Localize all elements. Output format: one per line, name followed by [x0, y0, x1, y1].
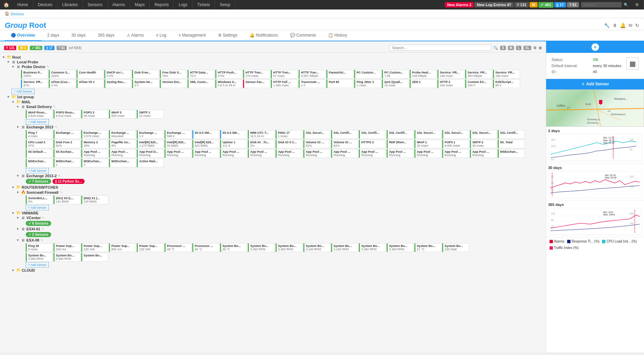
sensor-card[interactable]: Power Sup...228 Volt — [137, 243, 164, 252]
sensor-card[interactable]: Uptime 1111 d — [220, 140, 247, 148]
sensor-card[interactable]: IIS 6.0 SM... — [192, 130, 219, 139]
sensor-card[interactable]: System Bo...3.360 RPM — [248, 243, 275, 252]
tab-comments[interactable]: 💬 Comments — [284, 30, 322, 41]
sensor-card[interactable]: Service: PR...186 msec — [493, 70, 520, 79]
sensor-card[interactable]: IMAP 120 msec — [414, 140, 442, 148]
nav-devices[interactable]: Devices — [33, 0, 58, 9]
sensor-card[interactable]: Ping 280 msec — [26, 243, 53, 252]
nav-tickets[interactable]: Tickets — [193, 0, 215, 9]
sensor-card[interactable]: RDP (Rem... — [387, 140, 414, 148]
sensor-card[interactable]: HTTP Tran...270 msec — [243, 70, 270, 79]
sensor-card[interactable]: System Bo...195 Watt — [442, 243, 469, 252]
nav-search-icon[interactable]: 🔍 — [622, 3, 630, 7]
sensor-card[interactable]: System Bo... — [81, 253, 108, 262]
sonicwall-label[interactable]: Sonicwall Firewall — [26, 190, 59, 194]
sensor-card[interactable]: POP3 336 msec — [81, 110, 108, 119]
sensor-card[interactable]: Volume IO ...62% — [303, 140, 330, 148]
sensor-card[interactable]: SonicWALL...0% — [26, 195, 53, 204]
sensor-card[interactable]: SMTP 226 msec — [470, 140, 497, 148]
exchange2013-2-edit-icon[interactable]: ✎ — [58, 174, 61, 178]
probe-device-edit-icon[interactable]: ✎ — [47, 65, 49, 68]
sonicwall-edit-icon[interactable]: ✎ — [60, 191, 63, 194]
sensor-card[interactable]: CPU Load 347% — [26, 140, 53, 148]
vcenter-expand[interactable]: ▼ — [16, 216, 20, 220]
sensor-card[interactable]: App Pool ...Running — [470, 149, 497, 158]
sensor-card[interactable]: App Pool ...Running — [331, 149, 358, 158]
probe-add-sensor-btn[interactable]: + Add Sensor — [12, 89, 35, 94]
sensor-card[interactable]: App Pool D...Running — [137, 149, 164, 158]
sensor-card[interactable]: Processor ...48 °C — [192, 243, 219, 252]
sensor-card[interactable]: SSL Certifi... — [387, 130, 414, 139]
sensor-card[interactable]: HTTP Push...0 #/s — [215, 70, 242, 79]
search-icon[interactable]: 🔍 — [493, 46, 498, 50]
sensor-card[interactable]: Exchange ...Mounted — [109, 130, 136, 139]
sensor-card[interactable]: SSL Certifi... — [331, 130, 358, 139]
toolbar-search-input[interactable] — [390, 45, 491, 51]
sensor-card[interactable]: Business P...100% — [21, 70, 48, 79]
router-label[interactable]: ROUTER/SWITCHES — [22, 185, 58, 189]
sensor-card[interactable]: Common S...100% — [49, 70, 76, 79]
nav-maps[interactable]: Maps — [130, 0, 150, 9]
sensor-card[interactable]: Syslog Rec... — [104, 79, 131, 88]
sensor-card[interactable]: App Pool ...Running — [81, 149, 108, 158]
tab-2days[interactable]: 2 days — [41, 30, 65, 41]
probe-device-expand[interactable]: ▼ — [12, 65, 16, 68]
refresh-icon[interactable]: ↻ — [635, 23, 639, 28]
sensor-card[interactable]: Pagefile Us...8% — [109, 140, 136, 148]
local-probe-label[interactable]: Local Probe — [17, 60, 38, 64]
sensor-card[interactable]: Service: PR...47% — [21, 79, 48, 88]
add-sensor-bar[interactable]: ＋ Add Sensor — [546, 79, 644, 89]
sensor-card[interactable]: Disk IO _To...2% — [248, 140, 275, 148]
nav-search-input[interactable] — [581, 2, 622, 7]
sensor-card[interactable]: IIS_Total — [498, 140, 525, 148]
alert-paused-btn[interactable]: || 17 — [554, 2, 566, 7]
sensor-card[interactable]: MSExchan... — [498, 149, 525, 158]
sensor-card[interactable]: Windows S...6.6 h to 59 m — [215, 79, 242, 88]
grid-settings-icon[interactable]: ⚙ — [533, 46, 537, 50]
sensor-card[interactable]: Intel[R] 825...50 kbit/s — [165, 140, 192, 148]
new-log-entries-btn[interactable]: New Log Entries 87 — [474, 2, 513, 7]
notify-icon[interactable]: 🔔 — [620, 23, 626, 28]
local-probe-expand[interactable]: ▼ — [7, 60, 11, 64]
mail-expand[interactable]: ▼ — [12, 100, 16, 104]
sensor-card[interactable]: Custom EX...200 # — [465, 79, 492, 88]
sensor-card[interactable]: App Pool ...Running — [359, 149, 386, 158]
nav-libraries[interactable]: Libraries — [58, 0, 83, 9]
sensor-card[interactable]: Ping Jitter 11 msec — [354, 79, 381, 88]
vcenter-label[interactable]: VCenter — [26, 216, 41, 220]
sensor-card[interactable]: Volume IO ...62% — [331, 140, 358, 148]
sensor-card[interactable]: MSExchan... — [26, 159, 53, 167]
tab-history[interactable]: 📋 History — [322, 30, 353, 41]
sensor-card[interactable]: App Pool ...Running — [276, 149, 303, 158]
nav-logo[interactable]: 🏠 — [0, 2, 13, 7]
sensor-card[interactable]: Intel[R] 825...1.272 kbit/s — [137, 140, 164, 148]
sonicwall-expand[interactable]: ▼ — [16, 191, 20, 194]
tab-365days[interactable]: 365 days — [92, 30, 121, 41]
alert-critical-btn[interactable]: !! 131 — [514, 2, 529, 7]
tab-30days[interactable]: 30 days — [65, 30, 92, 41]
new-alarms-btn[interactable]: New Alarms 2 — [445, 2, 474, 7]
email-delivery-label[interactable]: Email Delivery — [26, 105, 52, 109]
grid-view-icon[interactable]: ⊞ — [539, 46, 542, 50]
tab-overview[interactable]: 🔵 Overview — [5, 30, 41, 41]
vmware-expand[interactable]: ▼ — [12, 211, 16, 215]
sensor-card[interactable]: System Bo...3.360 RPM — [359, 243, 386, 252]
sensor-card[interactable]: IIS 6.0 SM... — [220, 130, 247, 139]
email-delivery-edit-icon[interactable]: ✎ — [53, 105, 56, 108]
sensor-card[interactable]: App Pool ...Running — [387, 149, 414, 158]
sensor-card[interactable]: IIS Default ... — [26, 149, 53, 158]
sonicwall-add-sensor-btn[interactable]: + Add Sensor — [26, 205, 49, 210]
sensor-card[interactable]: POP3 19.050 msec — [442, 140, 469, 148]
vcenter-edit-icon[interactable]: ✎ — [42, 216, 45, 220]
tab-management[interactable]: ≡ Management — [172, 30, 212, 41]
sensor-card[interactable]: PaneaVist... — [326, 70, 353, 79]
sensor-card[interactable]: Exchange ...588 # — [165, 130, 192, 139]
sensor-card[interactable]: HTTP Full ...1.360 msec — [271, 79, 298, 88]
tab-alarms[interactable]: ⚠ Alarms — [121, 30, 150, 41]
sensor-card[interactable]: Disk Free... — [132, 70, 159, 79]
sensor-card[interactable]: Power Sup...230 Volt — [81, 243, 108, 252]
sensor-card[interactable]: Power Sup...200 mA — [53, 243, 81, 252]
sensor-card[interactable]: PC Custom... — [354, 70, 381, 79]
sensor-card[interactable]: System He...3 # — [132, 79, 159, 88]
sensor-card[interactable]: System Bo...3.240 RPM — [303, 243, 330, 252]
